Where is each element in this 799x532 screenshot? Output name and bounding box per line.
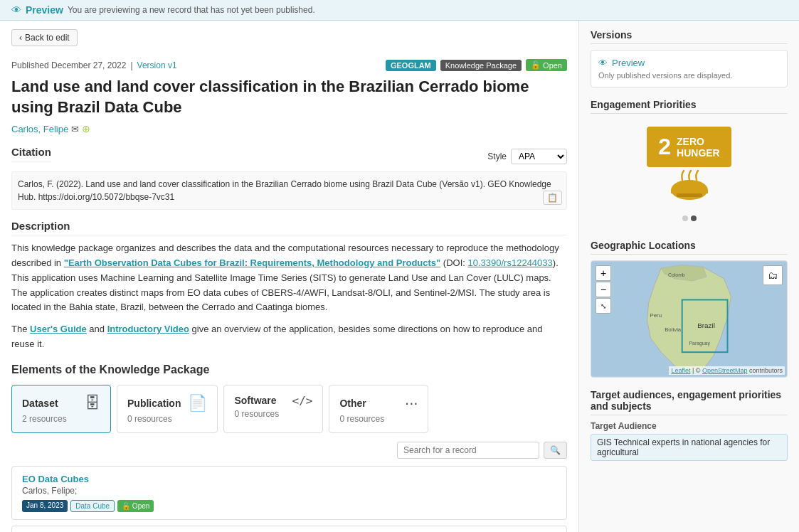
dataset-card-title: Dataset [22, 398, 58, 409]
database-icon: 🗄 [85, 394, 100, 413]
description-section-title: Description [11, 220, 567, 235]
eye-icon-small: 👁 [598, 58, 608, 68]
software-card[interactable]: Software </> 0 resources [223, 385, 323, 433]
engagement-title: Engagement Priorities [591, 99, 788, 114]
citation-section: Citation Style APA Chicago MLA Carlos, F… [11, 146, 567, 210]
authors-line: Carlos, Felipe ✉ ⊕ [11, 123, 567, 134]
preview-subtitle: You are previewing a new record that has… [68, 5, 315, 15]
svg-text:Colomb: Colomb [668, 272, 685, 277]
sdg-badge: 2 ZERO HUNGER [647, 127, 731, 167]
chevron-left-icon: ‹ [19, 33, 22, 43]
record-title: Land use and land cover classification i… [11, 77, 567, 117]
layers-button[interactable]: 🗂 [763, 265, 783, 285]
version-link[interactable]: Version v1 [137, 60, 177, 70]
resource-badges: Jan 8, 2023 Data Cube 🔓 Open [22, 500, 556, 512]
type-tag: Data Cube [70, 500, 115, 512]
preview-banner: 👁 Preview You are previewing a new recor… [0, 0, 799, 21]
publication-card[interactable]: Publication 📄 0 resources [117, 385, 218, 433]
publication-card-header: Publication 📄 [127, 394, 207, 413]
software-card-count: 0 resources [234, 409, 279, 419]
elements-title: Elements of the Knowledge Package [11, 363, 567, 376]
publication-card-title: Publication [127, 398, 181, 409]
sdg-dot [682, 216, 688, 221]
sdg-number: 2 [658, 134, 671, 160]
svg-rect-2 [677, 193, 702, 197]
map-attribution: Leaflet | © OpenStreetMap contributors [669, 366, 785, 375]
elements-section: Elements of the Knowledge Package Datase… [11, 363, 567, 532]
citation-style-select[interactable]: APA Chicago MLA [511, 149, 567, 164]
sdg-container: 2 ZERO HUNGER [591, 119, 788, 228]
sdg-label: ZERO HUNGER [677, 136, 720, 159]
other-card-header: Other ··· [339, 394, 418, 413]
versions-note: Only published versions are displayed. [598, 71, 780, 80]
copy-citation-button[interactable]: 📋 [543, 191, 562, 205]
svg-text:Bolivia: Bolivia [665, 326, 682, 333]
versions-title: Versions [591, 29, 788, 44]
audience-label: Target Audience [591, 421, 788, 431]
published-date: Published December 27, 2022 [11, 60, 126, 70]
description-paragraph1: This knowledge package organizes and des… [11, 241, 567, 315]
description-section: Description This knowledge package organ… [11, 220, 567, 352]
description-paragraph2: The User's Guide and Introductory Video … [11, 322, 567, 352]
audience-value: GIS Technical experts in national agenci… [591, 434, 788, 461]
dataset-card[interactable]: Dataset 🗄 2 resources [11, 385, 111, 433]
left-content: ‹ Back to edit Published December 27, 20… [0, 21, 578, 532]
paper-link[interactable]: "Earth Observation Data Cubes for Brazil… [64, 257, 441, 268]
target-audiences-title: Target audiences, engagement priorities … [591, 389, 788, 415]
citation-section-title: Citation [11, 146, 51, 161]
meta-line: Published December 27, 2022 | Version v1… [11, 59, 567, 71]
sdg-dots [682, 216, 697, 221]
email-icon: ✉ [71, 124, 79, 134]
document-icon: 📄 [188, 394, 207, 413]
author-link[interactable]: Carlos, Felipe [11, 124, 68, 134]
other-card[interactable]: Other ··· 0 resources [329, 385, 428, 433]
open-tag: 🔓 Open [117, 500, 154, 512]
software-card-title: Software [234, 395, 276, 406]
search-bar-row: 🔍 [11, 442, 567, 459]
orcid-icon: ⊕ [82, 123, 90, 134]
users-guide-link[interactable]: User's Guide [30, 324, 87, 334]
knowledge-package-badge: Knowledge Package [440, 60, 522, 71]
resource-item-title[interactable]: EO Data Cubes [22, 474, 556, 484]
search-button[interactable]: 🔍 [544, 442, 567, 459]
citation-text: Carlos, F. (2022). Land use and land cov… [11, 171, 567, 210]
geoglam-badge: GEOGLAM [386, 60, 436, 71]
search-input[interactable] [397, 442, 539, 459]
svg-text:Brazil: Brazil [697, 321, 715, 329]
code-icon: </> [292, 394, 313, 408]
list-item: Test resource Carlos, Felipe; Jan 6, 202… [11, 526, 567, 532]
ellipsis-icon: ··· [405, 394, 418, 413]
right-sidebar: Versions 👁 Preview Only published versio… [578, 21, 799, 532]
versions-section: Versions 👁 Preview Only published versio… [591, 29, 788, 87]
preview-title: Preview [26, 4, 63, 16]
zoom-out-button[interactable]: − [596, 282, 611, 297]
date-tag: Jan 8, 2023 [22, 500, 68, 512]
resource-item-author: Carlos, Felipe; [22, 486, 556, 496]
leaflet-link[interactable]: Leaflet [671, 367, 690, 374]
fullscreen-button[interactable]: ⤡ [596, 298, 611, 314]
versions-box: 👁 Preview Only published versions are di… [591, 50, 788, 87]
intro-video-link[interactable]: Introductory Video [107, 324, 189, 334]
engagement-section: Engagement Priorities 2 ZERO HUNGER [591, 99, 788, 228]
software-card-header: Software </> [234, 394, 312, 408]
resource-cards: Dataset 🗄 2 resources Publication 📄 0 re… [11, 385, 567, 433]
versions-preview-label: Preview [612, 58, 645, 68]
map-controls: + − ⤡ [596, 265, 611, 314]
versions-preview-row: 👁 Preview [598, 58, 780, 68]
style-label: Style [487, 151, 507, 161]
sdg-bowl-icon [661, 167, 718, 210]
eye-icon: 👁 [11, 4, 21, 16]
back-to-edit-button[interactable]: ‹ Back to edit [11, 29, 78, 46]
sdg-dot [691, 216, 697, 221]
doi-link[interactable]: 10.3390/rs12244033 [468, 257, 553, 268]
target-audiences-section: Target audiences, engagement priorities … [591, 389, 788, 461]
zoom-in-button[interactable]: + [596, 265, 611, 281]
resource-list: EO Data Cubes Carlos, Felipe; Jan 8, 202… [11, 466, 567, 532]
open-badge: 🔓 Open [526, 59, 567, 71]
back-button-label: Back to edit [25, 33, 70, 43]
other-card-count: 0 resources [339, 414, 384, 424]
citation-header: Citation Style APA Chicago MLA [11, 146, 567, 167]
main-container: ‹ Back to edit Published December 27, 20… [0, 21, 799, 532]
osm-link[interactable]: OpenStreetMap [702, 367, 748, 374]
svg-text:Paraguay: Paraguay [689, 341, 711, 346]
